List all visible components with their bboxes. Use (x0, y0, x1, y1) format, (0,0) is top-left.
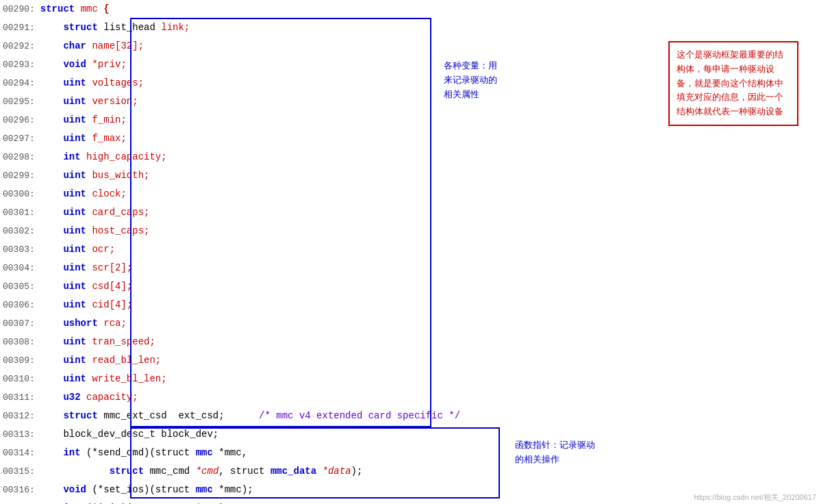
line-number: 00303: (0, 241, 40, 259)
line-number: 00311: (0, 389, 40, 407)
code-line-00310: 00310: uint write_bl_len; (0, 370, 819, 388)
code-line-00299: 00299: uint bus_width; (0, 166, 819, 185)
code-line-00301: 00301: uint card_caps; (0, 203, 819, 222)
code-line-00302: 00302: uint host_caps; (0, 222, 819, 240)
line-number: 00304: (0, 260, 40, 277)
line-content: uint scr[2]; (40, 259, 819, 277)
line-number: 00313: (0, 426, 40, 444)
line-content: u32 capacity; (40, 388, 819, 406)
line-number: 00290: (0, 1, 40, 18)
line-content: struct mmc { (40, 0, 819, 18)
line-number: 00310: (0, 370, 40, 388)
line-number: 00305: (0, 278, 40, 296)
line-number: 00301: (0, 204, 40, 222)
line-number: 00292: (0, 38, 40, 55)
line-number: 00312: (0, 407, 40, 425)
code-line-00300: 00300: uint clock; (0, 185, 819, 203)
line-content: block_dev_desc_t block_dev; (40, 425, 819, 443)
line-number: 00300: (0, 186, 40, 203)
line-content: uint bus_width; (40, 166, 819, 184)
code-line-00312: 00312: struct mmc_ext_csd ext_csd; /* mm… (0, 407, 819, 425)
line-number: 00302: (0, 223, 40, 240)
code-line-00303: 00303: uint ocr; (0, 240, 819, 259)
code-line-00307: 00307: ushort rca; (0, 314, 819, 333)
code-line-00305: 00305: uint csd[4]; (0, 277, 819, 296)
code-line-00309: 00309: uint read_bl_len; (0, 351, 819, 370)
line-content: int high_capacity; (40, 148, 819, 166)
code-line-00308: 00308: uint tran_speed; (0, 333, 819, 351)
code-line-00313: 00313: block_dev_desc_t block_dev; (0, 425, 819, 444)
line-number: 00314: (0, 444, 40, 462)
line-number: 00306: (0, 297, 40, 314)
code-line-00311: 00311: u32 capacity; (0, 388, 819, 407)
line-number: 00317: (0, 500, 40, 504)
code-line-00314: 00314: int (*send_cmd)(struct mmc *mmc, (0, 444, 819, 462)
annotation-variables: 各种变量：用来记录驱动的相关属性 (444, 59, 505, 101)
code-line-00315: 00315: struct mmc_cmd *cmd, struct mmc_d… (0, 462, 819, 481)
line-number: 00293: (0, 56, 40, 74)
code-container: 00290:struct mmc {00291: struct list_hea… (0, 0, 819, 504)
line-content: ushort rca; (40, 314, 819, 332)
line-content: struct list_head link; (40, 18, 819, 36)
line-content: uint card_caps; (40, 203, 819, 221)
line-content: uint host_caps; (40, 222, 819, 240)
line-number: 00295: (0, 93, 40, 111)
annotation-structure: 这个是驱动框架最重要的结构体，每申请一种驱动设备，就是要向这个结构体中填充对应的… (668, 41, 798, 126)
line-number: 00296: (0, 112, 40, 129)
line-content: struct mmc_ext_csd ext_csd; /* mmc v4 ex… (40, 407, 819, 425)
line-number: 00309: (0, 352, 40, 370)
code-line-00298: 00298: int high_capacity; (0, 148, 819, 166)
line-number: 00308: (0, 333, 40, 351)
line-content: uint read_bl_len; (40, 351, 819, 369)
code-line-00304: 00304: uint scr[2]; (0, 259, 819, 277)
line-number: 00307: (0, 315, 40, 333)
code-line-00297: 00297: uint f_max; (0, 129, 819, 148)
code-line-00306: 00306: uint cid[4]; (0, 296, 819, 314)
line-number: 00299: (0, 167, 40, 185)
code-line-00291: 00291: struct list_head link; (0, 18, 819, 37)
line-content: uint write_bl_len; (40, 370, 819, 388)
line-number: 00315: (0, 463, 40, 481)
line-content: uint cid[4]; (40, 296, 819, 314)
line-content: uint tran_speed; (40, 333, 819, 351)
line-content: uint f_max; (40, 129, 819, 147)
line-content: int (*send_cmd)(struct mmc *mmc, (40, 444, 819, 462)
line-number: 00316: (0, 481, 40, 499)
line-number: 00297: (0, 130, 40, 148)
line-content: uint clock; (40, 185, 819, 203)
line-content: uint csd[4]; (40, 277, 819, 295)
line-number: 00298: (0, 149, 40, 166)
line-number: 00291: (0, 19, 40, 37)
line-content: uint ocr; (40, 240, 819, 258)
annotation-functions: 函数指针：记录驱动的相关操作 (515, 438, 597, 467)
code-line-00290: 00290:struct mmc { (0, 0, 819, 18)
watermark: https://blog.csdn.net/相关_20200617 (694, 492, 816, 503)
line-number: 00294: (0, 75, 40, 92)
line-content: struct mmc_cmd *cmd, struct mmc_data *da… (40, 462, 819, 480)
